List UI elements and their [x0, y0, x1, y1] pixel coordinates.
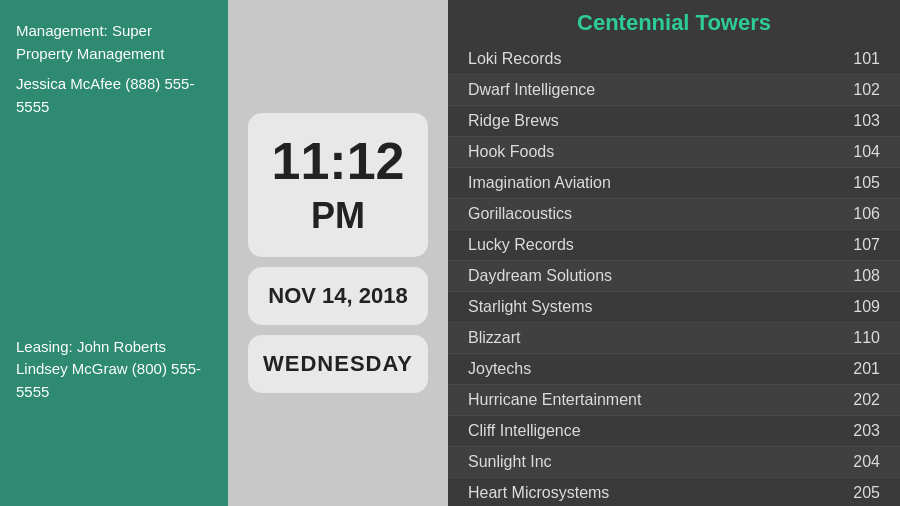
management-section: Management: Super Property Management Je…	[16, 20, 212, 253]
tenant-row: Hook Foods104	[448, 137, 900, 168]
management-contact: Jessica McAfee (888) 555-5555	[16, 73, 212, 118]
date-text: NOV 14, 2018	[258, 283, 418, 309]
tenant-unit: 101	[853, 50, 880, 68]
tenant-name: Starlight Systems	[468, 298, 592, 316]
tenant-name: Lucky Records	[468, 236, 574, 254]
leasing-section: Leasing: John Roberts Lindsey McGraw (80…	[16, 253, 212, 486]
left-panel: Management: Super Property Management Je…	[0, 0, 228, 506]
tenant-name: Dwarf Intelligence	[468, 81, 595, 99]
right-panel: Centennial Towers Loki Records101Dwarf I…	[448, 0, 900, 506]
management-info: Management: Super Property Management	[16, 20, 212, 65]
tenant-row: Joytechs201	[448, 354, 900, 385]
tenant-unit: 106	[853, 205, 880, 223]
tenant-row: Ridge Brews103	[448, 106, 900, 137]
tenant-row: Cliff Intelligence203	[448, 416, 900, 447]
tenant-name: Blizzart	[468, 329, 520, 347]
date-card: NOV 14, 2018	[248, 267, 428, 325]
tenant-row: Gorillacoustics106	[448, 199, 900, 230]
tenant-list: Loki Records101Dwarf Intelligence102Ridg…	[448, 44, 900, 506]
leasing-info: Leasing: John Roberts	[16, 336, 212, 359]
tenant-row: Sunlight Inc204	[448, 447, 900, 478]
tenant-unit: 102	[853, 81, 880, 99]
tenant-name: Hurricane Entertainment	[468, 391, 641, 409]
tenant-unit: 103	[853, 112, 880, 130]
tenant-name: Imagination Aviation	[468, 174, 611, 192]
tenant-unit: 204	[853, 453, 880, 471]
tenant-name: Gorillacoustics	[468, 205, 572, 223]
clock-ampm: PM	[258, 195, 418, 237]
tenant-row: Starlight Systems109	[448, 292, 900, 323]
clock-time: 11:12	[258, 133, 418, 190]
building-title: Centennial Towers	[577, 10, 771, 35]
tenant-name: Ridge Brews	[468, 112, 559, 130]
tenant-unit: 107	[853, 236, 880, 254]
tenant-unit: 109	[853, 298, 880, 316]
tenant-row: Daydream Solutions108	[448, 261, 900, 292]
tenant-name: Hook Foods	[468, 143, 554, 161]
tenant-unit: 205	[853, 484, 880, 502]
center-panel: 11:12 PM NOV 14, 2018 WEDNESDAY	[228, 0, 448, 506]
day-card: WEDNESDAY	[248, 335, 428, 393]
tenant-name: Daydream Solutions	[468, 267, 612, 285]
tenant-row: Dwarf Intelligence102	[448, 75, 900, 106]
tenant-name: Loki Records	[468, 50, 561, 68]
leasing-contact: Lindsey McGraw (800) 555-5555	[16, 358, 212, 403]
tenant-unit: 110	[853, 329, 880, 347]
building-header: Centennial Towers	[448, 0, 900, 44]
tenant-unit: 105	[853, 174, 880, 192]
tenant-name: Sunlight Inc	[468, 453, 552, 471]
tenant-name: Joytechs	[468, 360, 531, 378]
tenant-unit: 203	[853, 422, 880, 440]
tenant-row: Blizzart110	[448, 323, 900, 354]
tenant-name: Heart Microsystems	[468, 484, 609, 502]
tenant-row: Hurricane Entertainment202	[448, 385, 900, 416]
tenant-row: Loki Records101	[448, 44, 900, 75]
tenant-name: Cliff Intelligence	[468, 422, 581, 440]
tenant-row: Heart Microsystems205	[448, 478, 900, 506]
tenant-unit: 202	[853, 391, 880, 409]
tenant-unit: 108	[853, 267, 880, 285]
tenant-row: Imagination Aviation105	[448, 168, 900, 199]
tenant-unit: 104	[853, 143, 880, 161]
tenant-row: Lucky Records107	[448, 230, 900, 261]
tenant-unit: 201	[853, 360, 880, 378]
day-text: WEDNESDAY	[258, 351, 418, 377]
clock-card: 11:12 PM	[248, 113, 428, 256]
